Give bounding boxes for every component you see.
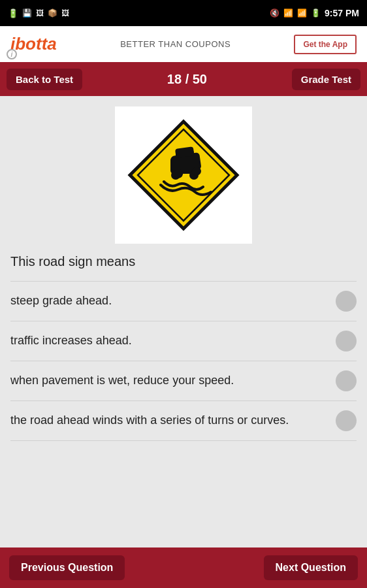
answer-item-2[interactable]: traffic increases ahead. [10, 321, 357, 361]
next-question-button[interactable]: Next Question [264, 555, 358, 580]
progress-indicator: 18 / 50 [167, 72, 207, 87]
dropbox-icon: 📦 [48, 8, 57, 18]
answer-item-3[interactable]: when pavement is wet, reduce your speed. [10, 361, 357, 401]
answer-text-1: steep grade ahead. [10, 293, 336, 308]
svg-marker-0 [130, 122, 237, 229]
battery-icon: 🔋 [8, 8, 18, 18]
ad-banner: ibotta BETTER THAN COUPONS Get the App i [0, 26, 367, 62]
ad-get-app-button[interactable]: Get the App [294, 35, 357, 54]
time-display: 9:57 PM [325, 8, 359, 18]
status-icons-left: 🔋 💾 🖼 📦 🖼 [8, 8, 69, 18]
radio-3[interactable] [336, 370, 357, 391]
road-sign-image [115, 106, 252, 244]
radio-4[interactable] [336, 410, 357, 431]
wifi-icon: 📶 [283, 8, 293, 18]
question-text: This road sign means [10, 254, 357, 269]
sd-icon: 💾 [22, 8, 32, 18]
previous-question-button[interactable]: Previous Question [9, 555, 125, 580]
back-to-test-button[interactable]: Back to Test [7, 69, 82, 90]
ad-tagline: BETTER THAN COUPONS [120, 39, 231, 49]
grade-test-button[interactable]: Grade Test [292, 69, 360, 90]
signal-icon: 📶 [297, 8, 307, 18]
answer-item-4[interactable]: the road ahead winds with a series of tu… [10, 401, 357, 441]
mute-icon: 🔇 [270, 8, 279, 18]
status-icons-right: 🔇 📶 📶 🔋 9:57 PM [270, 8, 359, 18]
answers-list: steep grade ahead. traffic increases ahe… [10, 281, 357, 441]
nav-bar: Back to Test 18 / 50 Grade Test [0, 62, 367, 96]
gallery-icon: 🖼 [61, 8, 69, 18]
slippery-road-sign-svg [125, 116, 242, 234]
radio-2[interactable] [336, 331, 357, 351]
answer-item-1[interactable]: steep grade ahead. [10, 281, 357, 321]
answer-text-3: when pavement is wet, reduce your speed. [10, 373, 336, 388]
battery-level-icon: 🔋 [311, 8, 321, 18]
ibotta-logo: ibotta [10, 34, 57, 54]
ad-info-icon[interactable]: i [7, 49, 17, 59]
bottom-nav: Previous Question Next Question [0, 547, 367, 588]
status-bar: 🔋 💾 🖼 📦 🖼 🔇 📶 📶 🔋 9:57 PM [0, 0, 367, 26]
image-icon: 🖼 [36, 8, 44, 18]
answer-text-4: the road ahead winds with a series of tu… [10, 413, 336, 428]
answer-text-2: traffic increases ahead. [10, 333, 336, 348]
sign-container [10, 106, 357, 244]
radio-1[interactable] [336, 291, 357, 312]
content-area: This road sign means steep grade ahead. … [0, 96, 367, 547]
